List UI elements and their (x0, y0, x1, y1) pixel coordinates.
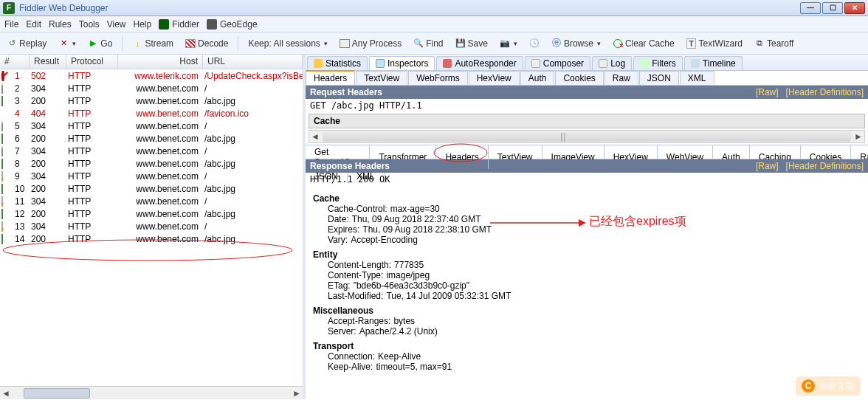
session-row[interactable]: 5304HTTPwww.benet.com/ (0, 120, 303, 132)
tearoff-button[interactable]: Tearoff (751, 36, 797, 51)
session-row[interactable]: 9304HTTPwww.benet.com/ (0, 170, 303, 182)
header-definitions-link[interactable]: [Header Definitions] (786, 161, 864, 171)
scroll-right-icon[interactable]: ► (291, 387, 303, 399)
tab-inspectors[interactable]: Inspectors (369, 56, 435, 70)
tab-autoresponder[interactable]: AutoResponder (436, 56, 523, 70)
close-button[interactable]: ✕ (844, 2, 865, 14)
header-row[interactable]: ETag:"bde6b-46ea3c3d3b9c0-gzip" (328, 280, 861, 291)
col-result[interactable]: Result (30, 55, 66, 69)
request-hscroll[interactable]: ◄ ► (309, 130, 865, 143)
tab-log[interactable]: Log (592, 56, 632, 70)
timer-button[interactable] (526, 36, 543, 51)
scroll-track[interactable] (323, 131, 851, 142)
session-row[interactable]: 6200HTTPwww.benet.com/abc.jpg (0, 132, 303, 145)
scroll-left-icon[interactable]: ◄ (309, 131, 321, 142)
req-tab-json[interactable]: JSON (639, 71, 679, 85)
tab-label: AutoResponder (455, 58, 516, 69)
req-tab-headers[interactable]: Headers (306, 70, 355, 85)
session-row[interactable]: 7304HTTPwww.benet.com/ (0, 145, 303, 157)
req-tab-webforms[interactable]: WebForms (408, 71, 467, 85)
stream-button[interactable]: Stream (128, 36, 177, 51)
menu-help[interactable]: Help (134, 19, 152, 30)
cell-protocol: HTTP (68, 134, 120, 144)
tab-filters[interactable]: Filters (633, 56, 683, 70)
session-row[interactable]: 12200HTTPwww.benet.com/abc.jpg (0, 207, 303, 220)
col-number[interactable]: # (0, 55, 30, 69)
session-row[interactable]: 14200HTTPwww.benet.com/abc.jpg (0, 232, 303, 245)
header-name: Keep-Alive: (328, 362, 373, 372)
header-row[interactable]: Connection:Keep-Alive (328, 351, 861, 362)
header-row[interactable]: Keep-Alive:timeout=5, max=91 (328, 362, 861, 372)
session-row[interactable]: 10200HTTPwww.benet.com/abc.jpg (0, 182, 303, 195)
scroll-right-icon[interactable]: ► (852, 131, 864, 142)
replay-button[interactable]: Replay (3, 36, 50, 51)
tab-icon (691, 59, 700, 68)
scroll-thumb[interactable] (24, 388, 90, 399)
screenshot-button[interactable] (496, 36, 521, 51)
session-row[interactable]: 2304HTTPwww.benet.com/ (0, 82, 303, 94)
col-protocol[interactable]: Protocol (66, 55, 118, 69)
watermark-logo-icon: C (802, 379, 815, 393)
save-button[interactable]: Save (452, 36, 492, 51)
go-button[interactable]: Go (84, 36, 116, 51)
resp-tab-headers[interactable]: Headers (436, 145, 488, 169)
header-name: Expires: (328, 224, 359, 235)
keep-sessions-select[interactable]: Keep: All sessions (244, 36, 331, 51)
header-row[interactable]: Last-Modified:Tue, 14 Jul 2009 05:32:31 … (328, 291, 861, 301)
sessions-list[interactable]: 1502HTTPwww.telerik.com/UpdateCheck.aspx… (0, 69, 303, 386)
header-row[interactable]: Server:Apache/2.4.2 (Unix) (328, 326, 861, 337)
cell-result: 200 (31, 134, 68, 144)
remove-button[interactable] (55, 36, 80, 51)
tearoff-icon (754, 38, 765, 49)
cell-result: 304 (31, 196, 68, 207)
textwizard-button[interactable]: TextWizard (683, 36, 746, 51)
clear-cache-button[interactable]: Clear Cache (609, 36, 678, 51)
menu-geoedge[interactable]: GeoEdge (207, 19, 258, 30)
col-url[interactable]: URL (203, 55, 303, 69)
decode-button[interactable]: Decode (182, 36, 232, 51)
session-row[interactable]: 4404HTTPwww.benet.com/favicon.ico (0, 107, 303, 120)
scroll-left-icon[interactable]: ◄ (0, 387, 12, 399)
menu-fiddler[interactable]: Fiddler (159, 19, 199, 30)
cell-host: www.benet.com (120, 134, 204, 144)
raw-link[interactable]: [Raw] (756, 87, 779, 97)
find-button[interactable]: Find (410, 36, 447, 51)
req-tab-auth[interactable]: Auth (520, 71, 555, 85)
menu-tools[interactable]: Tools (79, 19, 100, 30)
session-row[interactable]: 8200HTTPwww.benet.com/abc.jpg (0, 157, 303, 170)
req-tab-raw[interactable]: Raw (604, 71, 638, 85)
header-row[interactable]: Vary:Accept-Encoding (328, 235, 861, 245)
session-row[interactable]: 13304HTTPwww.benet.com/ (0, 220, 303, 232)
session-row[interactable]: 1502HTTPwww.telerik.com/UpdateCheck.aspx… (0, 69, 303, 82)
tab-composer[interactable]: Composer (525, 56, 590, 70)
header-row[interactable]: Cache-Control:max-age=30 (328, 204, 861, 214)
sessions-hscroll[interactable]: ◄ ► (0, 386, 303, 399)
session-row[interactable]: 11304HTTPwww.benet.com/ (0, 195, 303, 207)
req-tab-cookies[interactable]: Cookies (555, 71, 603, 85)
header-row[interactable]: Content-Length:777835 (328, 260, 861, 270)
req-tab-hexview[interactable]: HexView (469, 71, 520, 85)
minimize-button[interactable]: — (800, 2, 821, 14)
session-row[interactable]: 3200HTTPwww.benet.com/abc.jpg (0, 94, 303, 107)
menu-file[interactable]: File (4, 19, 18, 30)
header-row[interactable]: Content-Type:image/jpeg (328, 270, 861, 280)
header-definitions-link[interactable]: [Header Definitions] (786, 87, 864, 97)
raw-link[interactable]: [Raw] (756, 161, 779, 171)
header-row[interactable]: Accept-Ranges:bytes (328, 316, 861, 326)
browse-button[interactable]: Browse (548, 36, 604, 51)
menu-edit[interactable]: Edit (26, 19, 41, 30)
menu-rules[interactable]: Rules (49, 19, 72, 30)
request-cache-group[interactable]: Cache (309, 114, 865, 128)
tab-timeline[interactable]: Timeline (684, 56, 743, 70)
menu-view[interactable]: View (107, 19, 126, 30)
tab-icon (531, 59, 540, 68)
maximize-button[interactable]: ☐ (822, 2, 843, 14)
header-name: Connection: (328, 351, 375, 362)
cell-host: www.benet.com (120, 96, 204, 106)
any-process-button[interactable]: Any Process (336, 36, 405, 51)
response-tabs: Get SyntaxViewTransformerHeadersTextView… (306, 145, 868, 159)
req-tab-textview[interactable]: TextView (356, 71, 407, 85)
col-host[interactable]: Host (118, 55, 203, 69)
req-tab-xml[interactable]: XML (680, 71, 714, 85)
tab-statistics[interactable]: Statistics (307, 56, 368, 70)
